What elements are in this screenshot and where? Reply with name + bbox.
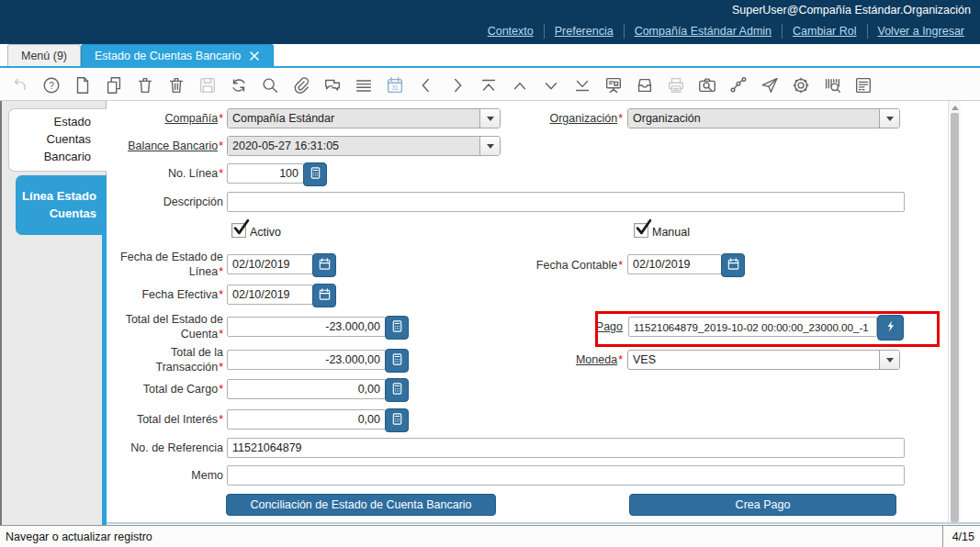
scrollbar-thumb[interactable] <box>951 113 959 522</box>
print-icon <box>666 75 686 95</box>
tab-label: Estado de Cuentas Bancario <box>95 45 241 67</box>
save-button <box>197 74 219 96</box>
crea-pago-button[interactable]: Crea Pago <box>629 494 896 516</box>
no-referencia-input[interactable] <box>227 438 905 458</box>
find-icon <box>260 75 280 95</box>
report-button[interactable] <box>603 74 625 96</box>
total-estado-cuenta-input[interactable] <box>227 317 386 337</box>
total-interes-input[interactable] <box>227 409 386 430</box>
process-button[interactable] <box>790 74 812 96</box>
label-total-estado-cuenta: Total del Estado de Cuenta* <box>107 312 223 342</box>
chevron-down-icon[interactable] <box>479 109 500 128</box>
total-cargo-calculator-button[interactable] <box>385 378 409 402</box>
parent-record-icon <box>416 75 436 95</box>
total-transaccion-calculator-button[interactable] <box>385 349 409 373</box>
sidebar-tab-label: Estado Cuentas Bancario <box>9 114 91 166</box>
total-cargo-input[interactable] <box>227 379 386 399</box>
product-info-button[interactable] <box>821 74 843 96</box>
fecha-contable-input[interactable] <box>627 254 722 274</box>
pago-record-search-button[interactable] <box>877 315 904 340</box>
last-record-button[interactable] <box>571 74 593 96</box>
compania-value: Compañía Estándar <box>228 109 479 128</box>
no-linea-input[interactable] <box>227 163 304 184</box>
sidebar-tab-linea-estado-cuentas[interactable]: Línea Estado Cuentas <box>16 175 107 235</box>
window-customization-icon <box>853 75 873 95</box>
balance-bancario-value: 2020-05-27 16:31:05 <box>228 137 479 155</box>
link-rol-admin[interactable]: Compañía Estándar Admin <box>625 25 782 38</box>
manual-checkbox[interactable] <box>634 223 648 238</box>
close-icon[interactable] <box>249 50 260 61</box>
archive-button[interactable] <box>634 74 656 96</box>
toggle-grid-button[interactable] <box>353 74 375 96</box>
new-record-button[interactable] <box>72 74 94 96</box>
fecha-efectiva-input[interactable] <box>227 285 313 305</box>
delete-record-button[interactable] <box>134 74 156 96</box>
link-preferencia[interactable]: Preferencia <box>545 25 624 38</box>
calculator-icon <box>390 319 404 337</box>
scroll-up-icon[interactable] <box>952 106 959 110</box>
svg-text:31: 31 <box>391 84 399 90</box>
sidebar-tab-estado-cuentas-bancario[interactable]: Estado Cuentas Bancario <box>8 108 107 172</box>
organizacion-combobox[interactable]: Organización <box>627 108 900 128</box>
compania-combobox[interactable]: Compañía Estándar <box>227 108 501 128</box>
activo-checkbox[interactable] <box>231 223 246 238</box>
tab-menu[interactable]: Menú (9) <box>7 44 81 66</box>
link-cambiar-rol[interactable]: Cambiar Rol <box>783 25 866 38</box>
detail-record-button[interactable] <box>446 74 468 96</box>
pago-input[interactable] <box>628 317 877 337</box>
calendar-icon <box>318 257 332 274</box>
chat-button[interactable] <box>321 74 344 96</box>
chevron-down-icon[interactable] <box>479 137 500 155</box>
parent-record-button[interactable] <box>415 74 437 96</box>
tab-estado-cuentas-bancario[interactable]: Estado de Cuentas Bancario <box>81 44 274 66</box>
calculator-icon <box>309 166 322 184</box>
delete-selection-button[interactable] <box>165 74 187 96</box>
label-no-linea: No. Línea* <box>107 166 223 181</box>
toolbar: ?31 <box>0 70 980 101</box>
descripcion-input[interactable] <box>227 192 905 212</box>
label-pago[interactable]: Pago <box>511 319 623 334</box>
moneda-combobox[interactable]: VES <box>627 350 900 370</box>
fecha-contable-calendar-button[interactable] <box>721 253 745 277</box>
previous-record-button[interactable] <box>509 74 531 96</box>
find-button[interactable] <box>259 74 281 96</box>
zoom-across-button[interactable] <box>696 74 718 96</box>
total-transaccion-input[interactable] <box>227 350 386 370</box>
delete-selection-icon <box>166 75 186 95</box>
calendar-button[interactable]: 31 <box>384 74 406 96</box>
first-record-button[interactable] <box>478 74 500 96</box>
memo-input[interactable] <box>227 465 905 486</box>
requery-button[interactable] <box>228 74 250 96</box>
attachment-button[interactable] <box>290 74 312 96</box>
total-interes-calculator-button[interactable] <box>385 408 409 432</box>
next-record-button[interactable] <box>540 74 562 96</box>
label-compania[interactable]: Compañía* <box>107 111 223 126</box>
send-mail-button[interactable] <box>759 74 781 96</box>
fecha-efectiva-calendar-button[interactable] <box>312 284 336 307</box>
link-volver-a-ingresar[interactable]: Volver a Ingresar <box>868 25 975 38</box>
copy-record-button[interactable] <box>103 74 125 96</box>
label-balance-bancario[interactable]: Balance Bancario* <box>107 139 223 153</box>
link-contexto[interactable]: Contexto <box>478 25 544 38</box>
attachment-icon <box>291 75 311 95</box>
label-organizacion[interactable]: Organización* <box>511 111 623 126</box>
workflow-button[interactable] <box>727 74 749 96</box>
undo-button <box>9 74 31 96</box>
label-moneda[interactable]: Moneda* <box>511 352 623 367</box>
chevron-down-icon[interactable] <box>879 109 899 128</box>
balance-bancario-combobox[interactable]: 2020-05-27 16:31:05 <box>227 136 501 156</box>
vertical-scrollbar[interactable] <box>948 101 961 525</box>
chevron-down-icon[interactable] <box>879 351 899 369</box>
conciliacion-button[interactable]: Conciliación de Estado de Cuenta Bancari… <box>226 494 496 516</box>
fecha-estado-linea-calendar-button[interactable] <box>312 253 336 277</box>
help-button[interactable]: ? <box>40 74 62 96</box>
fecha-estado-linea-input[interactable] <box>227 254 313 274</box>
send-mail-icon <box>760 75 780 95</box>
label-total-interes: Total del Interés* <box>107 412 223 427</box>
new-record-icon <box>73 75 93 95</box>
no-linea-calculator-button[interactable] <box>303 162 327 186</box>
label-no-referencia: No. de Referencia <box>107 441 223 455</box>
window-customization-button[interactable] <box>852 74 874 96</box>
header-links: Contexto Preferencia Compañía Estándar A… <box>478 23 974 39</box>
total-estado-cuenta-calculator-button[interactable] <box>385 316 409 340</box>
